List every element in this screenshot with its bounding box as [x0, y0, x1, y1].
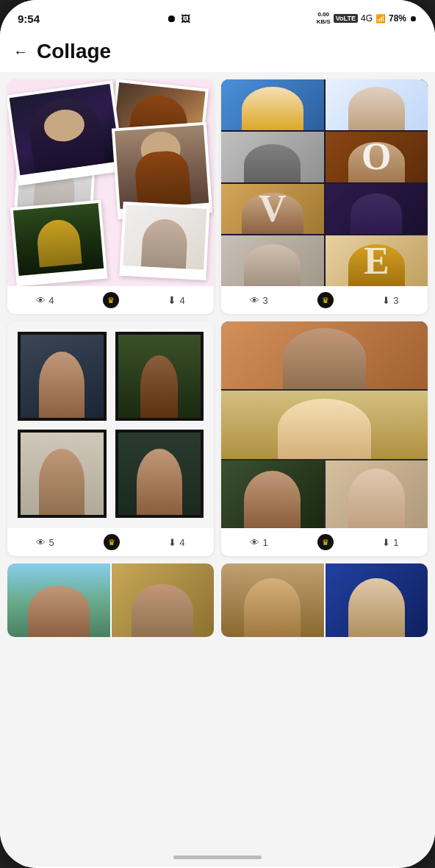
love-cell-8: E	[326, 235, 428, 286]
scroll-indicator	[173, 855, 262, 859]
card1-footer: 👁 4 ♛ ⬇ 4	[7, 286, 214, 314]
phone-frame: 9:54 ⏺ 🖼 0.00KB/S VoLTE 4G 📶 78% ⏺ ← Col…	[0, 0, 435, 868]
download-icon-4: ⬇	[382, 537, 390, 548]
kb-speed: 0.00KB/S	[317, 11, 331, 25]
download-icon-2: ⬇	[382, 295, 390, 306]
card1-views: 👁 4	[36, 295, 54, 306]
strip-1	[221, 321, 428, 389]
back-button[interactable]: ←	[13, 43, 28, 60]
card3-download-count: 4	[179, 537, 184, 548]
love-cell-5: V	[221, 184, 324, 235]
card1-download-count: 4	[179, 295, 184, 306]
frame-1	[18, 332, 107, 421]
bottom-cell-1	[7, 563, 110, 637]
frame-3	[18, 430, 107, 519]
card2-footer: 👁 3 ♛ ⬇ 3	[221, 286, 428, 314]
download-icon-3: ⬇	[168, 537, 176, 548]
card4-crown: ♛	[317, 534, 334, 550]
card2-views: 👁 3	[250, 295, 267, 306]
polaroid-1	[7, 81, 125, 186]
battery-icon: ⏺	[409, 14, 417, 23]
card2-image: O V	[221, 79, 428, 286]
page-title: Collage	[37, 40, 111, 63]
card2-download-count: 3	[393, 295, 398, 306]
polaroid-5	[10, 199, 107, 285]
card4-footer: 👁 1 ♛ ⬇ 1	[221, 528, 428, 556]
signal-bars: 📶	[375, 14, 386, 24]
status-icons-right: 0.00KB/S VoLTE 4G 📶 78% ⏺	[317, 11, 417, 25]
frame-2	[115, 332, 204, 421]
download-icon: ⬇	[168, 294, 176, 306]
card3-crown: ♛	[104, 534, 120, 550]
love-cell-2	[326, 79, 428, 130]
bottom-cell-4	[326, 563, 428, 637]
bottom-card-2-inner	[221, 563, 428, 637]
card2-view-count: 3	[262, 295, 267, 306]
love-cell-1	[221, 79, 324, 130]
strip-2	[221, 391, 428, 458]
collage-card-1[interactable]: 👁 4 ♛ ⬇ 4	[7, 79, 214, 314]
collage-grid: 👁 4 ♛ ⬇ 4	[7, 79, 428, 556]
collage1-layout	[7, 79, 214, 286]
card4-download-count: 1	[393, 537, 398, 548]
image-icon: 🖼	[181, 13, 190, 24]
crown-icon-4: ♛	[322, 538, 329, 547]
card1-crown: ♛	[103, 292, 119, 308]
love-cell-6	[326, 184, 428, 235]
bottom-cell-2	[112, 563, 215, 637]
status-bar: 9:54 ⏺ 🖼 0.00KB/S VoLTE 4G 📶 78% ⏺	[0, 0, 435, 32]
card4-image	[221, 321, 428, 528]
eye-icon: 👁	[36, 295, 46, 306]
card3-downloads: ⬇ 4	[168, 537, 184, 548]
crown-icon-2: ♛	[322, 296, 329, 305]
card3-footer: 👁 5 ♛ ⬇ 4	[7, 528, 214, 556]
content-area: 👁 4 ♛ ⬇ 4	[0, 72, 435, 867]
crown-icon-3: ♛	[108, 538, 115, 547]
bottom-row	[7, 563, 428, 637]
card3-view-count: 5	[48, 537, 54, 548]
status-time: 9:54	[18, 13, 40, 25]
love-cell-4: O	[326, 132, 428, 182]
frame-4	[115, 430, 204, 519]
header: ← Collage	[0, 32, 435, 72]
card4-downloads: ⬇ 1	[382, 537, 398, 548]
battery-percent: 78%	[389, 13, 406, 24]
bottom-card-1-inner	[7, 563, 214, 637]
card3-views: 👁 5	[36, 537, 54, 548]
card2-downloads: ⬇ 3	[382, 295, 398, 306]
signal-4g: 4G	[361, 13, 373, 24]
eye-icon-4: 👁	[250, 537, 259, 548]
eye-icon-2: 👁	[250, 295, 259, 306]
card2-crown: ♛	[317, 292, 334, 308]
status-icons-left: ⏺ 🖼	[166, 13, 190, 24]
bottom-cell-3	[221, 563, 324, 637]
eye-icon-3: 👁	[36, 537, 46, 548]
collage-card-3[interactable]: 👁 5 ♛ ⬇ 4	[7, 321, 214, 556]
bottom-card-1[interactable]	[7, 563, 214, 637]
card4-view-count: 1	[262, 537, 267, 548]
bottom-card-2[interactable]	[221, 563, 428, 637]
card4-views: 👁 1	[250, 537, 267, 548]
love-cell-7	[221, 235, 324, 286]
volte-icon: VoLTE	[334, 14, 358, 23]
polaroid-6	[119, 202, 209, 280]
crown-icon: ♛	[107, 296, 115, 305]
card1-image	[7, 79, 214, 286]
strip-3	[221, 460, 428, 528]
collage-card-4[interactable]: 👁 1 ♛ ⬇ 1	[221, 321, 428, 556]
card1-view-count: 4	[48, 295, 54, 306]
card3-image	[7, 321, 214, 528]
circle-icon: ⏺	[166, 13, 176, 24]
card1-downloads: ⬇ 4	[168, 294, 184, 306]
love-cell-3	[221, 132, 324, 182]
collage-card-2[interactable]: O V	[221, 79, 428, 314]
